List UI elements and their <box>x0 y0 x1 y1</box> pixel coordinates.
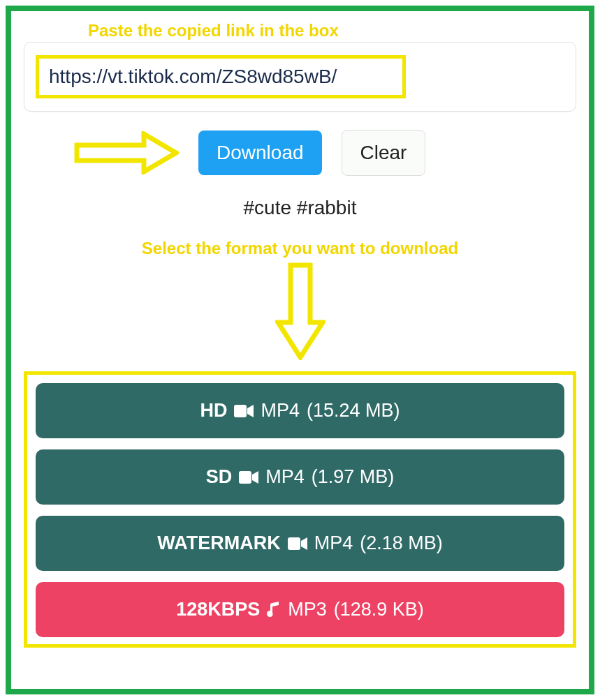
svg-rect-2 <box>288 537 300 550</box>
svg-rect-0 <box>234 405 247 417</box>
music-icon <box>267 602 281 618</box>
format-size: (1.97 MB) <box>312 466 395 488</box>
video-icon <box>234 404 254 418</box>
format-ext: MP4 <box>261 400 300 422</box>
arrow-down-wrap <box>24 262 576 363</box>
arrow-right-icon <box>74 131 179 174</box>
hint-select-format: Select the format you want to download <box>24 239 576 258</box>
arrow-down-icon <box>275 262 325 363</box>
clear-button[interactable]: Clear <box>342 130 426 176</box>
format-option-hd[interactable]: HD MP4 (15.24 MB) <box>36 383 564 438</box>
format-ext: MP3 <box>288 599 327 620</box>
formats-highlight-box: HD MP4 (15.24 MB) SD MP4 (1.97 MB) WATER… <box>24 371 576 648</box>
video-hashtags: #cute #rabbit <box>24 197 576 219</box>
hint-paste-link: Paste the copied link in the box <box>88 21 576 40</box>
download-button[interactable]: Download <box>198 131 322 175</box>
format-size: (128.9 KB) <box>334 599 424 620</box>
format-option-audio[interactable]: 128KBPS MP3 (128.9 KB) <box>36 582 564 637</box>
svg-point-3 <box>268 611 273 617</box>
format-quality: 128KBPS <box>176 599 260 620</box>
url-input[interactable]: https://vt.tiktok.com/ZS8wd85wB/ <box>49 66 393 88</box>
format-quality: WATERMARK <box>157 533 280 554</box>
url-highlight-box: https://vt.tiktok.com/ZS8wd85wB/ <box>36 55 406 98</box>
format-ext: MP4 <box>314 533 353 554</box>
video-icon <box>288 537 307 551</box>
format-option-sd[interactable]: SD MP4 (1.97 MB) <box>36 449 564 505</box>
format-quality: HD <box>200 400 227 422</box>
svg-rect-1 <box>239 471 251 484</box>
format-size: (15.24 MB) <box>307 400 400 422</box>
video-icon <box>239 470 258 484</box>
app-frame: Paste the copied link in the box https:/… <box>6 6 594 694</box>
format-option-watermark[interactable]: WATERMARK MP4 (2.18 MB) <box>36 516 564 571</box>
url-input-card: https://vt.tiktok.com/ZS8wd85wB/ <box>24 42 576 112</box>
actions-row: Download Clear <box>74 130 576 176</box>
format-size: (2.18 MB) <box>360 533 443 554</box>
format-ext: MP4 <box>265 466 305 488</box>
format-quality: SD <box>206 466 233 488</box>
